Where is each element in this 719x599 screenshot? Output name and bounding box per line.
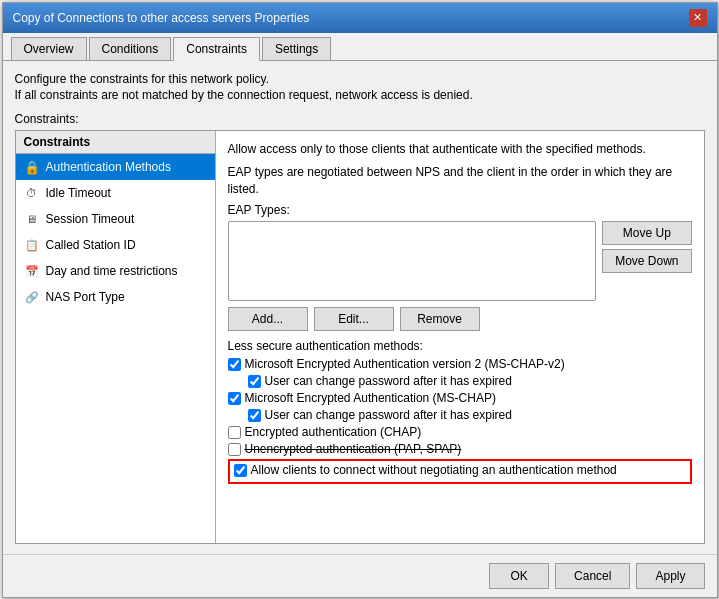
checkbox-ms-chap-v2[interactable]	[228, 358, 241, 371]
right-desc2: EAP types are negotiated between NPS and…	[228, 164, 692, 198]
sidebar-item-session-timeout-label: Session Timeout	[46, 212, 135, 226]
sidebar-item-day-time[interactable]: 📅 Day and time restrictions	[16, 258, 215, 284]
tab-overview[interactable]: Overview	[11, 37, 87, 60]
eap-row: Move Up Move Down	[228, 221, 692, 301]
checkbox-chap[interactable]	[228, 426, 241, 439]
left-panel: Constraints 🔒 Authentication Methods ⏱ I…	[16, 131, 216, 542]
eap-buttons: Move Up Move Down	[602, 221, 691, 301]
tabs-bar: Overview Conditions Constraints Settings	[3, 33, 717, 61]
checkbox-no-auth-row: Allow clients to connect without negotia…	[234, 463, 686, 477]
description-line2: If all constraints are not matched by th…	[15, 87, 705, 104]
checkbox-pap-spap-label: Unencrypted authentication (PAP, SPAP)	[245, 442, 462, 456]
constraints-label: Constraints:	[15, 112, 705, 126]
checkbox-ms-chap-row: Microsoft Encrypted Authentication (MS-C…	[228, 391, 692, 405]
apply-button[interactable]: Apply	[636, 563, 704, 589]
left-panel-items: 🔒 Authentication Methods ⏱ Idle Timeout …	[16, 154, 215, 542]
network-icon: 🔗	[24, 289, 40, 305]
sidebar-item-day-time-label: Day and time restrictions	[46, 264, 178, 278]
sidebar-item-called-station[interactable]: 📋 Called Station ID	[16, 232, 215, 258]
footer: OK Cancel Apply	[3, 554, 717, 597]
dialog: Copy of Connections to other access serv…	[2, 2, 718, 598]
close-button[interactable]: ✕	[689, 9, 707, 27]
clock-icon: ⏱	[24, 185, 40, 201]
add-edit-row: Add... Edit... Remove	[228, 307, 692, 331]
sidebar-item-idle-timeout[interactable]: ⏱ Idle Timeout	[16, 180, 215, 206]
checkbox-no-auth-highlighted: Allow clients to connect without negotia…	[228, 459, 692, 484]
checkbox-ms-chap-v2-label: Microsoft Encrypted Authentication versi…	[245, 357, 565, 371]
checkbox-ms-chap-v2-change-label: User can change password after it has ex…	[265, 374, 512, 388]
move-down-button[interactable]: Move Down	[602, 249, 691, 273]
right-desc1: Allow access only to those clients that …	[228, 141, 692, 158]
left-panel-header: Constraints	[16, 131, 215, 154]
right-panel: Allow access only to those clients that …	[216, 131, 704, 542]
calendar-icon: 📅	[24, 263, 40, 279]
sidebar-item-nas-port-label: NAS Port Type	[46, 290, 125, 304]
sidebar-item-auth-methods-label: Authentication Methods	[46, 160, 171, 174]
checkbox-ms-chap-change[interactable]	[248, 409, 261, 422]
ok-button[interactable]: OK	[489, 563, 549, 589]
title-bar: Copy of Connections to other access serv…	[3, 3, 717, 33]
checkbox-ms-chap-label: Microsoft Encrypted Authentication (MS-C…	[245, 391, 496, 405]
add-button[interactable]: Add...	[228, 307, 308, 331]
checkbox-pap-spap-row: Unencrypted authentication (PAP, SPAP)	[228, 442, 692, 456]
grid-icon: 📋	[24, 237, 40, 253]
sidebar-item-nas-port[interactable]: 🔗 NAS Port Type	[16, 284, 215, 310]
move-up-button[interactable]: Move Up	[602, 221, 691, 245]
title-bar-text: Copy of Connections to other access serv…	[13, 11, 310, 25]
eap-list[interactable]	[228, 221, 597, 301]
checkbox-ms-chap-change-row: User can change password after it has ex…	[228, 408, 692, 422]
eap-label: EAP Types:	[228, 203, 692, 217]
less-secure-label: Less secure authentication methods:	[228, 339, 692, 353]
lock-icon: 🔒	[24, 159, 40, 175]
edit-button[interactable]: Edit...	[314, 307, 394, 331]
checkbox-pap-spap[interactable]	[228, 443, 241, 456]
checkbox-chap-label: Encrypted authentication (CHAP)	[245, 425, 422, 439]
checkbox-chap-row: Encrypted authentication (CHAP)	[228, 425, 692, 439]
checkbox-ms-chap[interactable]	[228, 392, 241, 405]
checkbox-no-auth[interactable]	[234, 464, 247, 477]
checkbox-ms-chap-v2-change-row: User can change password after it has ex…	[228, 374, 692, 388]
cancel-button[interactable]: Cancel	[555, 563, 630, 589]
tab-settings[interactable]: Settings	[262, 37, 331, 60]
sidebar-item-idle-timeout-label: Idle Timeout	[46, 186, 111, 200]
sidebar-item-session-timeout[interactable]: 🖥 Session Timeout	[16, 206, 215, 232]
description: Configure the constraints for this netwo…	[15, 71, 705, 105]
tab-constraints[interactable]: Constraints	[173, 37, 260, 61]
checkbox-no-auth-label: Allow clients to connect without negotia…	[251, 463, 617, 477]
main-area: Constraints 🔒 Authentication Methods ⏱ I…	[15, 130, 705, 543]
main-content: Configure the constraints for this netwo…	[3, 61, 717, 554]
remove-button[interactable]: Remove	[400, 307, 480, 331]
tab-conditions[interactable]: Conditions	[89, 37, 172, 60]
checkbox-ms-chap-change-label: User can change password after it has ex…	[265, 408, 512, 422]
description-line1: Configure the constraints for this netwo…	[15, 71, 705, 88]
checkbox-ms-chap-v2-row: Microsoft Encrypted Authentication versi…	[228, 357, 692, 371]
sidebar-item-auth-methods[interactable]: 🔒 Authentication Methods	[16, 154, 215, 180]
sidebar-item-called-station-label: Called Station ID	[46, 238, 136, 252]
checkbox-ms-chap-v2-change[interactable]	[248, 375, 261, 388]
monitor-icon: 🖥	[24, 211, 40, 227]
